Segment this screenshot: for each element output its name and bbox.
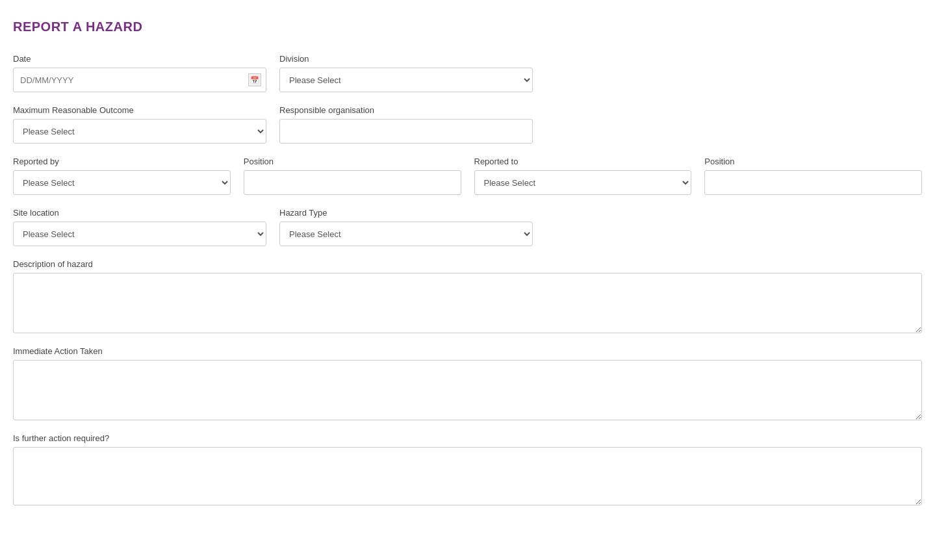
date-group: Date 📅 [13,54,266,92]
reported-to-label: Reported to [474,157,692,166]
hazard-type-select[interactable]: Please Select [279,222,533,246]
reported-to-select[interactable]: Please Select [474,170,692,195]
responsible-org-group: Responsible organisation [279,105,533,144]
row-date-division: Date 📅 Division Please Select [13,54,922,92]
row-reported: Reported by Please Select Position Repor… [13,157,922,195]
description-textarea[interactable] [13,273,922,333]
page-title: REPORT A HAZARD [13,19,922,34]
hazard-type-label: Hazard Type [279,208,533,218]
reported-by-group: Reported by Please Select [13,157,231,195]
division-label: Division [279,54,533,64]
position-input[interactable] [244,170,461,195]
row-outcome-org: Maximum Reasonable Outcome Please Select… [13,105,922,144]
immediate-action-textarea[interactable] [13,360,922,420]
max-outcome-select[interactable]: Please Select [13,119,266,144]
position2-input[interactable] [704,170,922,195]
reported-by-select[interactable]: Please Select [13,170,231,195]
date-input-wrapper: 📅 [13,68,266,92]
hazard-type-group: Hazard Type Please Select [279,208,533,246]
immediate-action-label: Immediate Action Taken [13,346,922,356]
page-container: REPORT A HAZARD Date 📅 Division Please S… [0,0,935,560]
site-location-group: Site location Please Select [13,208,266,246]
description-label: Description of hazard [13,259,922,269]
date-label: Date [13,54,266,64]
reported-to-group: Reported to Please Select [474,157,692,195]
position-label: Position [244,157,461,166]
max-outcome-label: Maximum Reasonable Outcome [13,105,266,115]
reported-by-label: Reported by [13,157,231,166]
position2-group: Position [704,157,922,195]
max-outcome-group: Maximum Reasonable Outcome Please Select [13,105,266,144]
description-group: Description of hazard [13,259,922,333]
position-group: Position [244,157,461,195]
further-action-label: Is further action required? [13,433,922,443]
site-location-select[interactable]: Please Select [13,222,266,246]
responsible-org-label: Responsible organisation [279,105,533,115]
immediate-action-group: Immediate Action Taken [13,346,922,420]
site-location-label: Site location [13,208,266,218]
further-action-group: Is further action required? [13,433,922,505]
position2-label: Position [704,157,922,166]
row-site-hazard: Site location Please Select Hazard Type … [13,208,922,246]
calendar-icon[interactable]: 📅 [248,73,261,86]
division-select[interactable]: Please Select [279,68,533,92]
division-group: Division Please Select [279,54,533,92]
further-action-textarea[interactable] [13,447,922,505]
responsible-org-input[interactable] [279,119,533,144]
date-input[interactable] [13,68,266,92]
